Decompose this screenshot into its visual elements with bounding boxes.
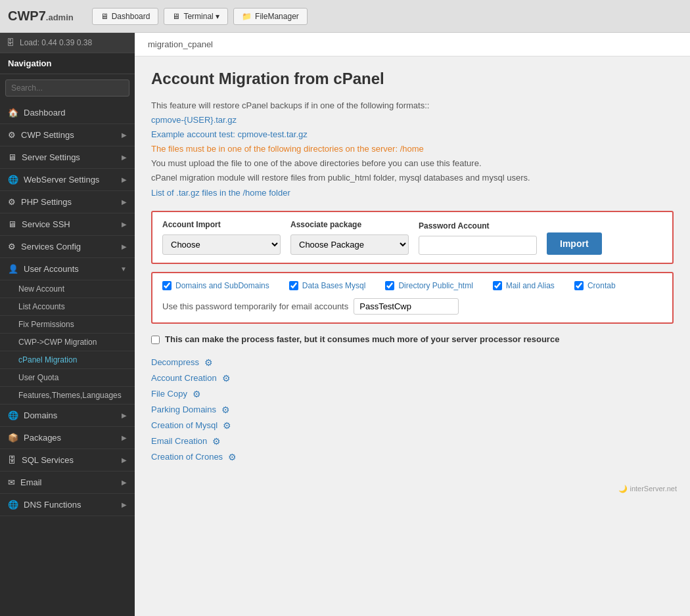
gear-icon-4: ⚙ [221, 405, 230, 415]
chevron-right-icon-3: ▶ [122, 176, 127, 183]
sidebar-service-ssh-label: Service SSH [22, 219, 116, 229]
step-decompress-link[interactable]: Decompress [151, 357, 199, 367]
logo-text: CWP7 [8, 9, 46, 23]
account-import-label: Account Import [162, 220, 281, 229]
terminal-icon: 🖥 [172, 12, 180, 21]
info-line-4: You must upload the file to one of the a… [151, 156, 674, 171]
email-password-input[interactable] [354, 298, 459, 315]
checkbox-domains-input[interactable] [162, 281, 172, 290]
checkbox-crontab-input[interactable] [574, 281, 584, 290]
sidebar-dashboard-label: Dashboard [24, 108, 127, 118]
checkbox-crontab-label: Crontab [587, 281, 616, 290]
steps-list: Decompress ⚙ Account Creation ⚙ File Cop… [151, 355, 674, 465]
info-line-3: The files must be in one of the followin… [151, 142, 674, 156]
checkbox-databases-label: Data Bases Mysql [302, 281, 366, 290]
step-email-creation-link[interactable]: Email Creation [151, 436, 207, 446]
search-container [0, 74, 135, 102]
sidebar-item-user-accounts[interactable]: 👤 User Accounts ▼ [0, 258, 135, 280]
content-inner: Account Migration from cPanel This featu… [135, 56, 690, 478]
step-creation-crones-link[interactable]: Creation of Crones [151, 452, 223, 462]
topbar: CWP7.admin 🖥 Dashboard 🖥 Terminal ▾ 📁 Fi… [0, 0, 690, 33]
webserver-settings-icon: 🌐 [8, 175, 18, 185]
chevron-down-icon: ▼ [120, 265, 127, 273]
checkbox-directory-input[interactable] [385, 281, 394, 290]
logo: CWP7.admin [8, 9, 74, 24]
info-line-5: cPanel migration module will restore fil… [151, 171, 674, 185]
sidebar-sub-list-accounts[interactable]: List Accounts [0, 298, 135, 316]
checkbox-crontab: Crontab [574, 281, 616, 290]
step-account-creation-link[interactable]: Account Creation [151, 373, 217, 383]
checkbox-databases-input[interactable] [289, 281, 298, 290]
sidebar-sub-cwp-migration[interactable]: CWP->CWP Migration [0, 334, 135, 351]
sidebar-item-packages[interactable]: 📦 Packages ▶ [0, 427, 135, 449]
sidebar-item-dashboard[interactable]: 🏠 Dashboard [0, 102, 135, 124]
sidebar-sql-services-label: SQL Services [22, 455, 116, 465]
terminal-button[interactable]: 🖥 Terminal ▾ [164, 8, 228, 25]
sidebar-sub-new-account[interactable]: New Account [0, 280, 135, 298]
dashboard-button[interactable]: 🖥 Dashboard [92, 8, 159, 25]
sidebar-item-dns-functions[interactable]: 🌐 DNS Functions ▶ [0, 494, 135, 516]
step-email-creation: Email Creation ⚙ [151, 433, 674, 449]
filemanager-label: FileManager [255, 12, 299, 21]
info-line-6: List of .tar.gz files in the /home folde… [151, 186, 674, 200]
sidebar-sub-fix-permissions[interactable]: Fix Permissions [0, 316, 135, 334]
checkbox-mail-label: Mail and Alias [506, 281, 555, 290]
terminal-label: Terminal ▾ [183, 12, 219, 21]
sidebar-sub-cpanel-migration[interactable]: cPanel Migration [0, 351, 135, 369]
password-account-label: Password Account [419, 221, 537, 231]
step-account-creation: Account Creation ⚙ [151, 370, 674, 386]
sidebar-item-services-config[interactable]: ⚙ Services Config ▶ [0, 236, 135, 258]
server-settings-icon: 🖥 [8, 152, 16, 162]
step-parking-domains-link[interactable]: Parking Domains [151, 405, 216, 414]
php-settings-icon: ⚙ [8, 197, 16, 207]
sidebar-item-email[interactable]: ✉ Email ▶ [0, 472, 135, 494]
password-account-input[interactable] [419, 236, 537, 255]
chevron-right-icon-9: ▶ [122, 456, 127, 464]
sidebar-item-webserver-settings[interactable]: 🌐 WebServer Settings ▶ [0, 169, 135, 191]
checkbox-databases: Data Bases Mysql [289, 281, 366, 290]
sidebar-dns-label: DNS Functions [24, 500, 116, 510]
filemanager-icon: 📁 [242, 12, 252, 21]
chevron-right-icon-10: ▶ [122, 479, 127, 486]
checkbox-domains: Domains and SubDomains [162, 281, 269, 290]
sidebar-item-domains[interactable]: 🌐 Domains ▶ [0, 405, 135, 427]
packages-icon: 📦 [8, 433, 18, 443]
sidebar-item-service-ssh[interactable]: 🖥 Service SSH ▶ [0, 213, 135, 236]
chevron-right-icon-6: ▶ [122, 243, 127, 250]
chevron-right-icon-11: ▶ [122, 501, 127, 508]
checkbox-row: Domains and SubDomains Data Bases Mysql … [162, 281, 662, 290]
associate-package-select[interactable]: Choose Package [290, 234, 409, 255]
step-parking-domains: Parking Domains ⚙ [151, 402, 674, 418]
footer-brand: 🌙 interServer.net [618, 485, 677, 493]
step-file-copy-link[interactable]: File Copy [151, 389, 187, 399]
filemanager-button[interactable]: 📁 FileManager [233, 8, 308, 25]
sidebar-user-accounts-label: User Accounts [24, 264, 115, 274]
import-form: Account Import Choose Associate package … [151, 211, 674, 264]
sidebar-item-sql-services[interactable]: 🗄 SQL Services ▶ [0, 449, 135, 472]
info-line-0: This feature will restore cPanel backups… [151, 99, 674, 113]
sidebar-item-server-settings[interactable]: 🖥 Server Settings ▶ [0, 146, 135, 169]
sidebar-item-cwp-settings[interactable]: ⚙ CWP Settings ▶ [0, 124, 135, 146]
logo-suffix: .admin [46, 12, 74, 22]
sidebar-sub-user-quota[interactable]: User Quota [0, 369, 135, 387]
step-creation-mysql-link[interactable]: Creation of Mysql [151, 420, 218, 430]
search-input[interactable] [5, 79, 129, 97]
parallel-checkbox[interactable] [151, 336, 160, 344]
footer: 🌙 interServer.net [135, 478, 690, 500]
dashboard-nav-icon: 🏠 [8, 108, 18, 118]
step-file-copy: File Copy ⚙ [151, 386, 674, 402]
database-icon: 🗄 [7, 38, 14, 47]
sidebar-webserver-settings-label: WebServer Settings [24, 175, 116, 185]
account-import-select[interactable]: Choose [162, 234, 281, 255]
gear-icon-2: ⚙ [222, 373, 231, 384]
sidebar-sub-features-themes[interactable]: Features,Themes,Languages [0, 387, 135, 405]
info-line-2: Example account test: cpmove-test.tar.gz [151, 127, 674, 142]
sidebar-item-php-settings[interactable]: ⚙ PHP Settings ▶ [0, 191, 135, 213]
gear-icon-6: ⚙ [212, 436, 221, 447]
sql-services-icon: 🗄 [8, 455, 16, 465]
email-password-label: Use this password temporarily for email … [162, 301, 348, 311]
import-button[interactable]: Import [547, 232, 602, 255]
content-area: migration_cpanel Account Migration from … [135, 33, 690, 616]
sidebar-packages-label: Packages [24, 433, 116, 443]
checkbox-mail-input[interactable] [493, 281, 502, 290]
